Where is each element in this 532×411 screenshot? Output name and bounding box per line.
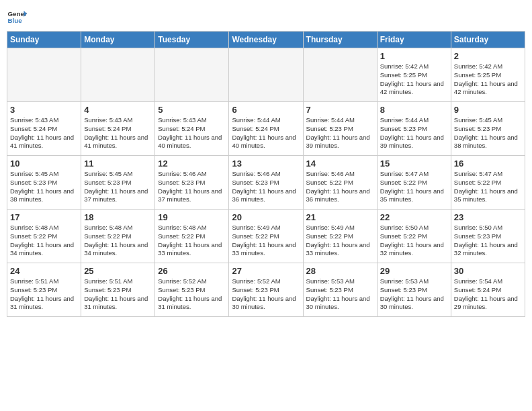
day-number: 21	[306, 212, 374, 222]
day-info: Sunrise: 5:48 AMSunset: 5:22 PMDaylight:…	[84, 224, 152, 258]
calendar-table: SundayMondayTuesdayWednesdayThursdayFrid…	[7, 31, 525, 317]
weekday-header-tuesday: Tuesday	[155, 32, 229, 48]
calendar-week-1: 1Sunrise: 5:42 AMSunset: 5:25 PMDaylight…	[7, 48, 525, 102]
day-info: Sunrise: 5:47 AMSunset: 5:22 PMDaylight:…	[454, 170, 522, 204]
day-number: 8	[380, 105, 448, 115]
calendar-cell: 27Sunrise: 5:52 AMSunset: 5:23 PMDayligh…	[229, 263, 303, 317]
day-number: 16	[454, 158, 522, 169]
calendar-cell	[303, 48, 377, 102]
calendar-cell	[7, 48, 81, 102]
day-number: 12	[158, 158, 226, 169]
day-info: Sunrise: 5:43 AMSunset: 5:24 PMDaylight:…	[158, 116, 226, 150]
day-number: 27	[232, 266, 300, 276]
day-info: Sunrise: 5:46 AMSunset: 5:22 PMDaylight:…	[306, 170, 374, 204]
calendar-cell: 18Sunrise: 5:48 AMSunset: 5:22 PMDayligh…	[81, 210, 155, 263]
calendar-cell: 21Sunrise: 5:49 AMSunset: 5:22 PMDayligh…	[303, 210, 377, 263]
calendar-week-5: 24Sunrise: 5:51 AMSunset: 5:23 PMDayligh…	[7, 263, 525, 317]
day-info: Sunrise: 5:46 AMSunset: 5:23 PMDaylight:…	[232, 170, 300, 204]
day-number: 29	[380, 266, 448, 276]
weekday-header-thursday: Thursday	[303, 32, 377, 48]
day-number: 25	[84, 266, 152, 276]
day-info: Sunrise: 5:48 AMSunset: 5:22 PMDaylight:…	[10, 224, 78, 258]
calendar-header: SundayMondayTuesdayWednesdayThursdayFrid…	[7, 32, 525, 48]
day-info: Sunrise: 5:43 AMSunset: 5:24 PMDaylight:…	[84, 116, 152, 150]
day-number: 11	[84, 158, 152, 169]
weekday-header-sunday: Sunday	[7, 32, 81, 48]
day-info: Sunrise: 5:45 AMSunset: 5:23 PMDaylight:…	[454, 116, 522, 150]
day-info: Sunrise: 5:51 AMSunset: 5:23 PMDaylight:…	[10, 277, 78, 312]
day-number: 4	[84, 105, 152, 115]
calendar-cell: 13Sunrise: 5:46 AMSunset: 5:23 PMDayligh…	[229, 156, 303, 210]
day-info: Sunrise: 5:48 AMSunset: 5:22 PMDaylight:…	[158, 224, 226, 258]
day-number: 13	[232, 158, 300, 169]
calendar-cell: 25Sunrise: 5:51 AMSunset: 5:23 PMDayligh…	[81, 263, 155, 317]
calendar-week-4: 17Sunrise: 5:48 AMSunset: 5:22 PMDayligh…	[7, 210, 525, 263]
day-info: Sunrise: 5:51 AMSunset: 5:23 PMDaylight:…	[84, 277, 152, 312]
day-number: 6	[232, 105, 300, 115]
calendar-cell: 20Sunrise: 5:49 AMSunset: 5:22 PMDayligh…	[229, 210, 303, 263]
calendar-cell: 12Sunrise: 5:46 AMSunset: 5:23 PMDayligh…	[155, 156, 229, 210]
calendar-cell: 30Sunrise: 5:54 AMSunset: 5:24 PMDayligh…	[451, 263, 525, 317]
header: General Blue	[7, 7, 525, 27]
day-number: 17	[10, 212, 78, 222]
day-number: 28	[306, 266, 374, 276]
day-info: Sunrise: 5:52 AMSunset: 5:23 PMDaylight:…	[158, 277, 226, 312]
calendar-cell: 26Sunrise: 5:52 AMSunset: 5:23 PMDayligh…	[155, 263, 229, 317]
calendar-week-2: 3Sunrise: 5:43 AMSunset: 5:24 PMDaylight…	[7, 102, 525, 156]
calendar-cell: 28Sunrise: 5:53 AMSunset: 5:23 PMDayligh…	[303, 263, 377, 317]
day-info: Sunrise: 5:46 AMSunset: 5:23 PMDaylight:…	[158, 170, 226, 204]
day-number: 18	[84, 212, 152, 222]
day-number: 23	[454, 212, 522, 222]
calendar-cell: 4Sunrise: 5:43 AMSunset: 5:24 PMDaylight…	[81, 102, 155, 156]
day-number: 24	[10, 266, 78, 276]
calendar-body: 1Sunrise: 5:42 AMSunset: 5:25 PMDaylight…	[7, 48, 525, 317]
day-number: 10	[10, 158, 78, 169]
calendar-cell	[155, 48, 229, 102]
day-info: Sunrise: 5:50 AMSunset: 5:23 PMDaylight:…	[454, 224, 522, 258]
calendar-cell: 5Sunrise: 5:43 AMSunset: 5:24 PMDaylight…	[155, 102, 229, 156]
day-info: Sunrise: 5:53 AMSunset: 5:23 PMDaylight:…	[380, 277, 448, 312]
calendar-cell: 8Sunrise: 5:44 AMSunset: 5:23 PMDaylight…	[377, 102, 451, 156]
weekday-header-friday: Friday	[377, 32, 451, 48]
weekday-header-row: SundayMondayTuesdayWednesdayThursdayFrid…	[7, 32, 525, 48]
day-info: Sunrise: 5:44 AMSunset: 5:23 PMDaylight:…	[380, 116, 448, 150]
calendar-cell: 3Sunrise: 5:43 AMSunset: 5:24 PMDaylight…	[7, 102, 81, 156]
calendar-cell: 16Sunrise: 5:47 AMSunset: 5:22 PMDayligh…	[451, 156, 525, 210]
day-number: 7	[306, 105, 374, 115]
svg-text:Blue: Blue	[8, 17, 23, 24]
day-info: Sunrise: 5:43 AMSunset: 5:24 PMDaylight:…	[10, 116, 78, 150]
day-number: 1	[380, 51, 448, 61]
calendar-cell: 10Sunrise: 5:45 AMSunset: 5:23 PMDayligh…	[7, 156, 81, 210]
calendar-cell: 24Sunrise: 5:51 AMSunset: 5:23 PMDayligh…	[7, 263, 81, 317]
day-number: 19	[158, 212, 226, 222]
day-info: Sunrise: 5:45 AMSunset: 5:23 PMDaylight:…	[84, 170, 152, 204]
day-info: Sunrise: 5:42 AMSunset: 5:25 PMDaylight:…	[380, 62, 448, 97]
calendar-cell: 6Sunrise: 5:44 AMSunset: 5:24 PMDaylight…	[229, 102, 303, 156]
calendar-cell: 9Sunrise: 5:45 AMSunset: 5:23 PMDaylight…	[451, 102, 525, 156]
calendar-cell: 1Sunrise: 5:42 AMSunset: 5:25 PMDaylight…	[377, 48, 451, 102]
day-info: Sunrise: 5:45 AMSunset: 5:23 PMDaylight:…	[10, 170, 78, 204]
calendar-cell	[229, 48, 303, 102]
day-info: Sunrise: 5:52 AMSunset: 5:23 PMDaylight:…	[232, 277, 300, 312]
calendar-cell: 23Sunrise: 5:50 AMSunset: 5:23 PMDayligh…	[451, 210, 525, 263]
day-number: 2	[454, 51, 522, 61]
day-info: Sunrise: 5:49 AMSunset: 5:22 PMDaylight:…	[306, 224, 374, 258]
day-info: Sunrise: 5:42 AMSunset: 5:25 PMDaylight:…	[454, 62, 522, 97]
day-number: 22	[380, 212, 448, 222]
day-number: 15	[380, 158, 448, 169]
day-number: 20	[232, 212, 300, 222]
calendar-cell: 7Sunrise: 5:44 AMSunset: 5:23 PMDaylight…	[303, 102, 377, 156]
weekday-header-monday: Monday	[81, 32, 155, 48]
calendar-cell: 22Sunrise: 5:50 AMSunset: 5:22 PMDayligh…	[377, 210, 451, 263]
day-info: Sunrise: 5:50 AMSunset: 5:22 PMDaylight:…	[380, 224, 448, 258]
logo: General Blue	[7, 7, 27, 27]
day-info: Sunrise: 5:44 AMSunset: 5:24 PMDaylight:…	[232, 116, 300, 150]
day-number: 14	[306, 158, 374, 169]
calendar-cell: 2Sunrise: 5:42 AMSunset: 5:25 PMDaylight…	[451, 48, 525, 102]
day-number: 26	[158, 266, 226, 276]
calendar-cell: 15Sunrise: 5:47 AMSunset: 5:22 PMDayligh…	[377, 156, 451, 210]
calendar-cell	[81, 48, 155, 102]
calendar-cell: 14Sunrise: 5:46 AMSunset: 5:22 PMDayligh…	[303, 156, 377, 210]
day-number: 30	[454, 266, 522, 276]
calendar-cell: 29Sunrise: 5:53 AMSunset: 5:23 PMDayligh…	[377, 263, 451, 317]
